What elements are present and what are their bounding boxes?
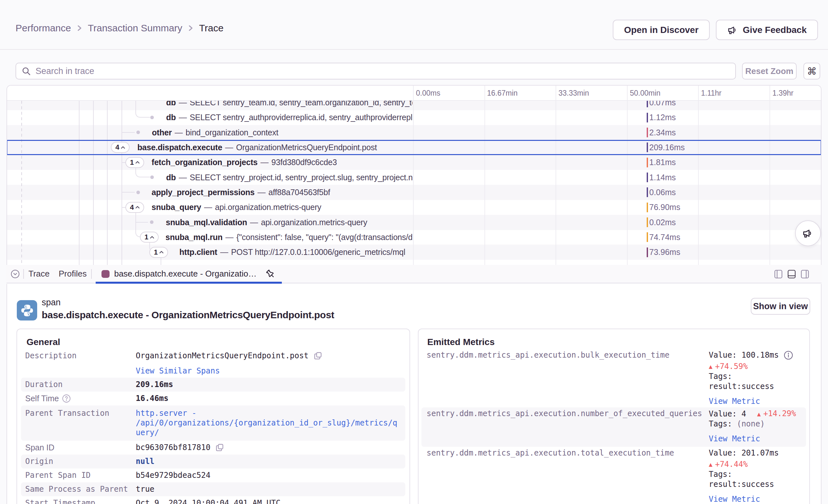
time-gridline: [770, 85, 770, 265]
tab-profiles[interactable]: Profiles: [54, 265, 91, 283]
give-feedback-label: Give Feedback: [743, 25, 807, 35]
span-bar[interactable]: [647, 113, 648, 122]
help-icon[interactable]: [62, 394, 71, 403]
metric-change-value: +74.59%: [715, 362, 748, 372]
time-gridline: [555, 85, 556, 265]
span-bar[interactable]: [647, 232, 648, 242]
span-duration: 1.12ms: [649, 110, 676, 125]
span-label[interactable]: snuba_mql.validation—api.organization.me…: [166, 215, 412, 230]
view-similar-spans-link[interactable]: View Similar Spans: [136, 366, 220, 375]
span-bar[interactable]: [647, 128, 648, 137]
parent-transaction-link[interactable]: http.server - /api/0/organizations/{orga…: [136, 409, 397, 437]
copy-icon[interactable]: [215, 443, 224, 453]
give-feedback-button[interactable]: Give Feedback: [716, 20, 818, 40]
span-description: 93fd380df9c6cde3: [272, 158, 337, 167]
tree-leaf-dot: [136, 191, 140, 194]
python-icon: [17, 300, 37, 321]
tabs-menu-button[interactable]: [11, 269, 20, 279]
span-row[interactable]: [6, 260, 822, 265]
layout-right-panel-icon[interactable]: [801, 270, 809, 279]
general-heading: General: [27, 337, 60, 347]
detail-type-label: span: [42, 298, 61, 307]
span-description: bind_organization_context: [185, 128, 278, 137]
span-children-chip[interactable]: 4: [125, 202, 144, 213]
metric-value: Value: 4: [709, 409, 746, 419]
time-gridline: [698, 85, 699, 265]
span-children-chip[interactable]: 1: [149, 247, 168, 258]
general-card: General Description OrganizationMetricsQ…: [16, 329, 410, 504]
span-duration: 76.90ms: [649, 200, 680, 215]
time-tick-label: 1.11hr: [701, 85, 722, 101]
span-row[interactable]: [6, 215, 822, 230]
layout-left-panel-icon[interactable]: [774, 270, 782, 279]
span-children-chip[interactable]: 1: [125, 157, 144, 168]
tab-span-detail[interactable]: base.dispatch.execute - OrganizationMetr…: [96, 265, 282, 283]
span-label[interactable]: fetch_organization_projects—93fd380df9c6…: [152, 155, 412, 170]
span-label[interactable]: db—SELECT sentry_project.id, sentry_proj…: [166, 170, 412, 185]
span-bar[interactable]: [647, 248, 648, 257]
chevron-right-icon: [77, 24, 82, 32]
span-description: aff88a704563f5bf: [268, 188, 330, 197]
feedback-fab-button[interactable]: [795, 220, 821, 246]
span-separator: —: [258, 158, 272, 167]
shortcut-cmd-button[interactable]: ⌘: [803, 63, 820, 80]
breadcrumb-trace: Trace: [199, 23, 224, 34]
span-duration: 0.06ms: [649, 185, 676, 200]
span-op: snuba_mql.validation: [166, 218, 247, 227]
span-label[interactable]: db—SELECT sentry_authproviderreplica.id,…: [166, 110, 412, 125]
span-row[interactable]: [6, 110, 822, 125]
search-input[interactable]: [36, 66, 730, 76]
span-bar[interactable]: [647, 217, 648, 227]
view-metric-link[interactable]: View Metric: [709, 396, 796, 407]
open-in-discover-button[interactable]: Open in Discover: [613, 20, 710, 40]
span-op: db: [166, 113, 176, 122]
view-metric-link[interactable]: View Metric: [709, 434, 796, 444]
span-separator: —: [247, 218, 261, 227]
reset-zoom-button[interactable]: Reset Zoom: [742, 63, 797, 80]
span-op: apply_project_permissions: [152, 188, 255, 197]
chevron-right-icon: [188, 24, 193, 32]
metric-change-value: +14.29%: [763, 409, 796, 418]
copy-icon[interactable]: [313, 351, 323, 361]
span-label[interactable]: http.client—POST http://127.0.0.1:10006/…: [179, 245, 412, 260]
span-bar[interactable]: [647, 158, 648, 167]
open-in-discover-label: Open in Discover: [624, 25, 698, 35]
metric-change: ▲+74.44%: [709, 459, 796, 469]
breadcrumb-transaction-summary[interactable]: Transaction Summary: [88, 23, 182, 34]
selected-row-outline: [6, 140, 822, 155]
span-bar[interactable]: [647, 187, 648, 197]
breadcrumb: Performance Transaction Summary Trace: [15, 23, 224, 34]
chip-count: 4: [130, 203, 134, 212]
span-row[interactable]: [6, 245, 822, 260]
header-divider: [0, 49, 828, 50]
time-axis[interactable]: [6, 85, 822, 101]
span-label[interactable]: snuba_query—api.organization.metrics-que…: [152, 200, 412, 215]
span-label[interactable]: other—bind_organization_context: [152, 125, 412, 140]
detail-tab-bar: Trace Profiles base.dispatch.execute - O…: [6, 265, 822, 283]
span-duration: 2.34ms: [649, 125, 676, 140]
view-metric-link[interactable]: View Metric: [709, 494, 796, 504]
span-row[interactable]: [6, 230, 822, 245]
span-row[interactable]: [6, 170, 822, 185]
span-label[interactable]: apply_project_permissions—aff88a704563f5…: [152, 185, 412, 200]
tabbar-divider: [91, 269, 92, 279]
chevron-up-icon: [150, 236, 154, 239]
span-label[interactable]: snuba_mql.run—{"consistent": false, "que…: [165, 230, 412, 245]
info-icon[interactable]: [784, 350, 793, 360]
tree-connector: [135, 101, 150, 118]
chevron-up-icon: [159, 251, 164, 254]
span-duration: 74.74ms: [649, 230, 680, 245]
span-children-chip[interactable]: 1: [140, 232, 159, 243]
pin-icon[interactable]: [265, 268, 276, 280]
span-bar[interactable]: [647, 172, 648, 182]
emitted-metrics-card: Emitted Metrics sentry.ddm.metrics_api.e…: [418, 329, 810, 504]
breadcrumb-performance[interactable]: Performance: [15, 23, 71, 34]
chip-count: 1: [130, 158, 134, 167]
span-bar[interactable]: [647, 203, 648, 212]
triangle-up-icon: ▲: [757, 410, 760, 417]
layout-bottom-panel-icon[interactable]: [788, 270, 796, 279]
tree-connector: [135, 168, 150, 177]
time-tick-label: 16.67min: [487, 85, 518, 101]
tab-trace[interactable]: Trace: [24, 265, 54, 283]
show-in-view-button[interactable]: Show in view: [751, 298, 810, 315]
